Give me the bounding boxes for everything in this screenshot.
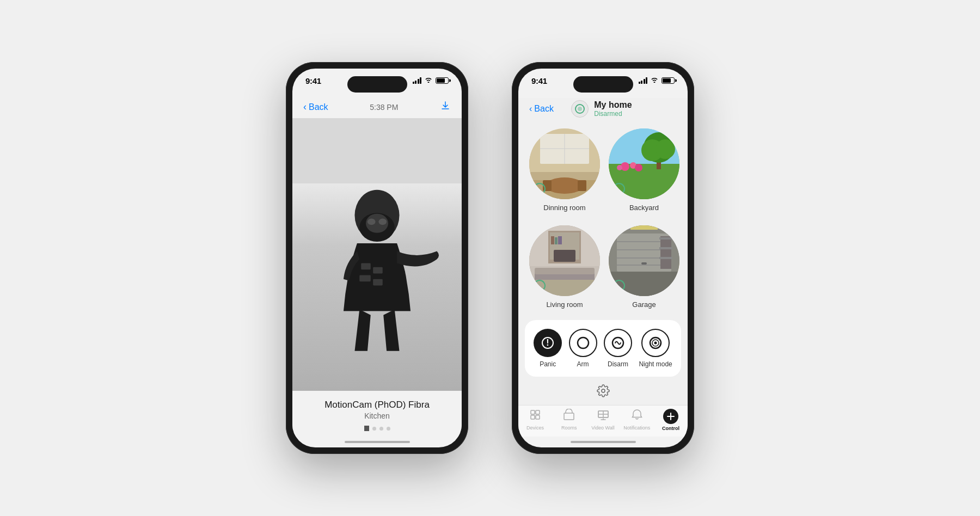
spinner-ring-living bbox=[534, 280, 546, 292]
phone1: 9:41 ‹ Back 5: bbox=[286, 62, 468, 454]
play-icon[interactable] bbox=[364, 426, 369, 431]
app-header: ‹ Back My home Disarmed bbox=[518, 98, 688, 122]
signal-bar-2-2 bbox=[641, 81, 642, 84]
signal-bar-4 bbox=[420, 77, 421, 84]
svg-point-54 bbox=[578, 337, 589, 348]
battery-fill bbox=[437, 78, 445, 83]
disarm-button[interactable]: Disarm bbox=[604, 329, 632, 368]
room-spinner-dining bbox=[534, 183, 546, 195]
tab-label-rooms: Rooms bbox=[561, 425, 577, 431]
svg-point-27 bbox=[635, 164, 642, 171]
back-label-phone2: Back bbox=[534, 104, 554, 114]
home-indicator-phone1 bbox=[292, 437, 462, 447]
phone2-content: Dinning room bbox=[518, 122, 688, 405]
night-mode-label: Night mode bbox=[639, 360, 672, 368]
svg-rect-17 bbox=[578, 180, 586, 191]
home-status: Disarmed bbox=[594, 110, 632, 118]
room-item-living[interactable]: Living room bbox=[529, 225, 600, 314]
room-item-backyard[interactable]: Backyard bbox=[609, 128, 679, 217]
home-bar-phone2 bbox=[571, 441, 636, 443]
status-icons-phone2 bbox=[639, 76, 675, 84]
tab-item-control[interactable]: Control bbox=[654, 409, 688, 431]
nav-time-phone1: 5:38 PM bbox=[370, 103, 398, 112]
signal-bar-2-1 bbox=[639, 82, 640, 84]
room-circle-dining bbox=[529, 128, 600, 199]
svg-rect-35 bbox=[554, 250, 575, 262]
home-name: My home bbox=[594, 100, 632, 110]
chevron-left-icon: ‹ bbox=[303, 101, 307, 113]
arm-label: Arm bbox=[577, 360, 589, 368]
room-label-dining: Dinning room bbox=[543, 204, 585, 212]
svg-rect-62 bbox=[531, 415, 535, 419]
panic-button[interactable]: ! Panic bbox=[534, 329, 562, 368]
back-button-phone1[interactable]: ‹ Back bbox=[303, 101, 328, 113]
devices-tab-icon bbox=[529, 409, 541, 423]
disarm-icon bbox=[611, 336, 625, 350]
signal-bar-2-3 bbox=[644, 79, 645, 84]
rooms-grid: Dinning room bbox=[518, 122, 688, 320]
tab-label-control: Control bbox=[662, 426, 679, 431]
svg-rect-61 bbox=[536, 410, 540, 414]
status-time-phone1: 9:41 bbox=[305, 76, 321, 85]
wifi-icon bbox=[424, 76, 433, 84]
camera-feed-area: MotionCam (PhOD) Fibra Kitchen bbox=[292, 118, 462, 437]
app-logo bbox=[571, 100, 589, 118]
svg-rect-34 bbox=[558, 236, 562, 244]
signal-bar-3 bbox=[418, 79, 419, 84]
back-button-phone2[interactable]: ‹ Back bbox=[529, 104, 554, 114]
device-location: Kitchen bbox=[303, 411, 451, 420]
download-icon[interactable] bbox=[440, 100, 451, 114]
camera-main-view bbox=[292, 183, 462, 391]
tab-bar: Devices Rooms bbox=[518, 405, 688, 437]
tab-label-notifications: Notifications bbox=[623, 425, 650, 431]
battery-icon-2 bbox=[661, 77, 675, 84]
tab-label-devices: Devices bbox=[526, 425, 544, 431]
svg-rect-60 bbox=[531, 410, 535, 414]
control-tab-icon bbox=[663, 409, 678, 424]
phone2: 9:41 ‹ Back bbox=[512, 62, 694, 454]
app-logo-inner bbox=[575, 104, 585, 114]
chevron-left-icon-2: ‹ bbox=[529, 104, 532, 114]
night-mode-icon-container bbox=[641, 329, 670, 357]
svg-rect-50 bbox=[659, 247, 672, 249]
svg-point-58 bbox=[654, 342, 657, 345]
room-label-living: Living room bbox=[546, 300, 583, 309]
room-item-dining[interactable]: Dinning room bbox=[529, 128, 600, 217]
svg-rect-33 bbox=[555, 237, 558, 244]
night-mode-button[interactable]: Night mode bbox=[639, 329, 672, 368]
signal-bar-2-4 bbox=[646, 77, 647, 84]
room-spinner-garage bbox=[613, 280, 625, 292]
svg-rect-2 bbox=[373, 267, 383, 274]
tab-item-rooms[interactable]: Rooms bbox=[552, 409, 586, 431]
camera-dots bbox=[303, 426, 451, 431]
panic-icon: ! bbox=[541, 336, 555, 350]
home-indicator-phone2 bbox=[518, 437, 688, 447]
signal-bars-icon-2 bbox=[639, 77, 648, 84]
spinner-ring-backyard bbox=[613, 183, 625, 195]
home-bar-phone1 bbox=[345, 441, 410, 443]
room-item-garage[interactable]: Garage bbox=[609, 225, 679, 314]
tab-item-videowall[interactable]: Video Wall bbox=[586, 409, 620, 431]
settings-icon[interactable] bbox=[597, 384, 610, 401]
arm-button[interactable]: Arm bbox=[569, 329, 597, 368]
dot-1 bbox=[372, 427, 376, 431]
tab-item-devices[interactable]: Devices bbox=[518, 409, 552, 431]
signal-bars-icon bbox=[413, 77, 422, 84]
spinner-ring-garage bbox=[613, 280, 625, 292]
panic-icon-container: ! bbox=[534, 329, 562, 357]
status-time-phone2: 9:41 bbox=[531, 76, 547, 85]
app-title-text: My home Disarmed bbox=[594, 100, 632, 118]
signal-bar-2 bbox=[415, 81, 416, 84]
battery-fill-2 bbox=[663, 78, 671, 83]
notifications-tab-icon bbox=[631, 409, 643, 423]
svg-rect-51 bbox=[659, 257, 672, 259]
night-mode-icon bbox=[648, 336, 663, 350]
wifi-icon-2 bbox=[650, 76, 659, 84]
svg-point-7 bbox=[367, 218, 376, 225]
app-title-group: My home Disarmed bbox=[554, 100, 650, 118]
videowall-tab-icon bbox=[597, 409, 609, 423]
svg-rect-40 bbox=[630, 225, 658, 230]
tab-item-notifications[interactable]: Notifications bbox=[620, 409, 654, 431]
back-label-phone1: Back bbox=[309, 102, 328, 112]
device-name: MotionCam (PhOD) Fibra bbox=[303, 400, 451, 410]
